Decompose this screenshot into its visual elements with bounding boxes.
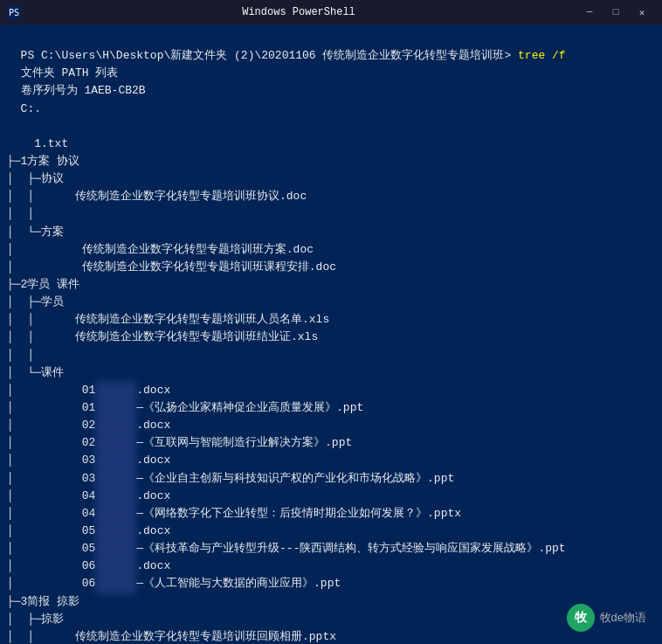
tree-output: 1.txt├─1方案 协议│ ├─协议│ │ 传统制造企业数字化转型专题培训班协… xyxy=(7,135,655,644)
tree-line: │ │ 传统制造企业数字化转型专题培训班人员名单.xls xyxy=(7,311,655,329)
tree-line: │ 03██████.docx xyxy=(7,452,655,469)
minimize-button[interactable]: ─ xyxy=(576,0,603,24)
tree-line: │ 05██████—《科技革命与产业转型升级---陕西调结构、转方式经验与响应… xyxy=(7,540,655,557)
tree-line: │ │ xyxy=(7,205,655,223)
tree-line: │ ├─学员 xyxy=(7,294,655,311)
tree-line: │ 01██████.docx xyxy=(7,382,655,399)
console-output: PS C:\Users\H\Desktop\新建文件夹 (2)\20201106… xyxy=(0,24,662,644)
tree-line: ├─2学员 课件 xyxy=(7,276,655,294)
output-line2: 卷序列号为 1AEB-CB2B xyxy=(21,84,146,97)
svg-text:PS: PS xyxy=(9,8,19,17)
tree-line: │ │ 传统制造企业数字化转型专题培训班协议.doc xyxy=(7,188,655,205)
tree-line: │ 02██████—《互联网与智能制造行业解决方案》.ppt xyxy=(7,434,655,452)
tree-line: │ │ 传统制造企业数字化转型专题培训班结业证.xls xyxy=(7,329,655,346)
prompt-line: PS C:\Users\H\Desktop\新建文件夹 (2)\20201106… xyxy=(21,49,512,62)
title-bar-title: Windows PowerShell xyxy=(26,6,571,18)
watermark-label: 牧de物语 xyxy=(600,610,646,626)
close-button[interactable]: ✕ xyxy=(629,0,655,24)
tree-line: │ ├─协议 xyxy=(7,170,655,188)
tree-line: ├─3简报 掠影 xyxy=(7,593,655,611)
tree-line: │ │ xyxy=(7,347,655,364)
command-text: tree /f xyxy=(511,49,565,62)
tree-line: │ 06██████.docx xyxy=(7,557,655,575)
tree-line: │ 06██████—《人工智能与大数据的商业应用》.ppt xyxy=(7,575,655,592)
tree-line: │ 04██████.docx xyxy=(7,488,655,505)
title-bar-icon: PS xyxy=(7,5,21,19)
tree-line: │ 01██████—《弘扬企业家精神促企业高质量发展》.ppt xyxy=(7,399,655,417)
tree-line: │ └─课件 xyxy=(7,364,655,382)
output-line1: 文件夹 PATH 列表 xyxy=(21,66,119,80)
title-bar: PS Windows PowerShell ─ □ ✕ xyxy=(0,0,662,24)
tree-line: │ ├─掠影 xyxy=(7,611,655,628)
tree-line: │ 传统制造企业数字化转型专题培训班课程安排.doc xyxy=(7,259,655,276)
tree-line: │ │ 传统制造企业数字化转型专题培训班回顾相册.pptx xyxy=(7,628,655,644)
watermark-icon: 牧 xyxy=(567,604,595,632)
tree-line: │ 02██████.docx xyxy=(7,417,655,434)
tree-line: │ 05██████.docx xyxy=(7,523,655,540)
tree-line: ├─1方案 协议 xyxy=(7,153,655,170)
tree-line: │ └─方案 xyxy=(7,224,655,241)
title-bar-controls: ─ □ ✕ xyxy=(576,0,655,24)
tree-line: │ 03██████—《企业自主创新与科技知识产权的产业化和市场化战略》.ppt xyxy=(7,470,655,488)
output-line3: C:. xyxy=(21,102,41,115)
maximize-button[interactable]: □ xyxy=(603,0,629,24)
tree-line: │ 04██████—《网络数字化下企业转型：后疫情时期企业如何发展？》.ppt… xyxy=(7,505,655,523)
tree-line: 1.txt xyxy=(7,135,655,153)
tree-line: │ 传统制造企业数字化转型专题培训班方案.doc xyxy=(7,241,655,259)
watermark: 牧 牧de物语 xyxy=(567,604,646,632)
